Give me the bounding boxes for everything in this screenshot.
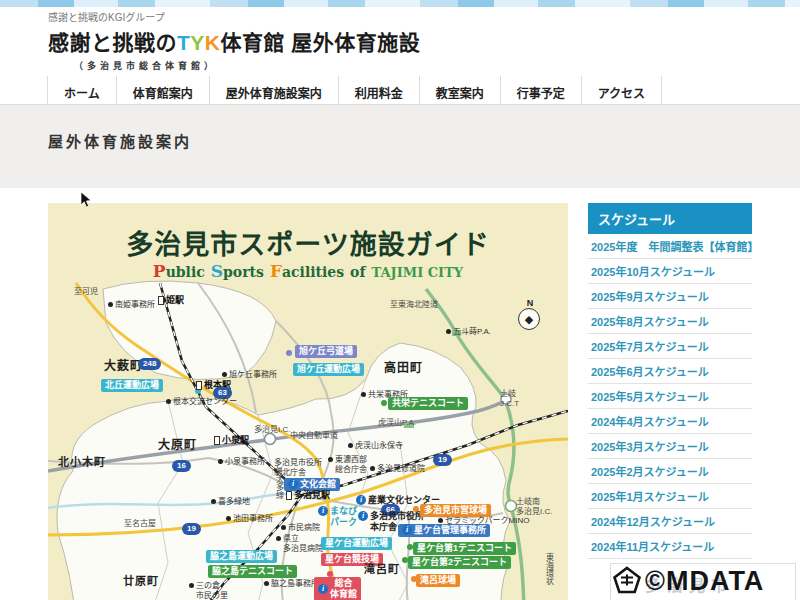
- map-label: 星ケ台第1テニスコート: [413, 542, 516, 555]
- site-title-prefix: 感謝と挑戦の: [48, 31, 177, 54]
- map-subtitle-word: Public: [153, 261, 205, 281]
- marker-dot-icon: [189, 583, 194, 588]
- station-icon: [214, 436, 220, 445]
- map-label-text: 総合 体育館: [330, 578, 357, 600]
- map-label: 滝呂町: [364, 563, 400, 576]
- schedule-link-2025-09[interactable]: 2025年9月スケジュール: [588, 284, 752, 309]
- map-label-text: 脇之島テニスコート: [212, 566, 293, 577]
- schedule-link-2025-03[interactable]: 2025年3月スケジュール: [588, 434, 752, 459]
- map-label: 19: [433, 454, 452, 466]
- mouse-cursor: [80, 192, 92, 212]
- map-subtitle: PublicSportsFacilitiesofTAJIMI CITY: [48, 261, 568, 281]
- schedule-link-2024-12[interactable]: 2024年12月スケジュール: [588, 509, 752, 534]
- page-title: 屋外体育施設案内: [48, 130, 800, 151]
- map-label: i文化会館: [284, 478, 340, 491]
- map-label: 東海環状: [544, 553, 554, 585]
- schedule-link-2025-10[interactable]: 2025年10月スケジュール: [588, 259, 752, 284]
- site-title-y: Y: [190, 31, 205, 54]
- map-label-text: 北丘運動広場: [105, 380, 159, 391]
- compass-n-label: N: [518, 298, 542, 308]
- map-title: 多治見市スポーツ施設ガイド: [48, 223, 568, 262]
- map-label: 県立 多治見病院: [276, 534, 323, 553]
- nav-item-classes[interactable]: 教室案内: [419, 76, 500, 105]
- info-icon: i: [358, 511, 368, 521]
- nav-item-events[interactable]: 行事予定: [500, 76, 581, 105]
- map-label-text: 至可児: [74, 287, 98, 297]
- nav-item-access[interactable]: アクセス: [581, 76, 662, 105]
- map-label: 星ケ台運動広場: [321, 537, 392, 550]
- map-label-text: 多治見市営球場: [424, 505, 487, 516]
- map-label-text: 廿原町: [123, 575, 159, 588]
- map-label: JR太多線: [274, 465, 284, 499]
- nav-item-fees[interactable]: 利用料金: [338, 76, 419, 105]
- map-label: 脇之島テニスコート: [208, 565, 297, 578]
- map-label: 大薮町: [104, 359, 143, 373]
- schedule-link-2025-05[interactable]: 2025年5月スケジュール: [588, 384, 752, 409]
- marker-dot-icon: [108, 302, 113, 307]
- map-label: 小泉駅: [214, 435, 249, 446]
- marker-dot-icon: [348, 443, 353, 448]
- map-label-text: 19: [438, 455, 447, 465]
- info-icon: i: [318, 506, 328, 516]
- mdata-watermark: ©MDATA: [612, 565, 764, 597]
- map-subtitle-word: Facilities: [270, 261, 344, 281]
- map-label: 高田町: [384, 361, 423, 375]
- sidebar-title: スケジュール: [588, 203, 752, 234]
- nav-item-gym-guide[interactable]: 体育館案内: [116, 76, 209, 105]
- map-label-text: 東海環状: [544, 553, 554, 585]
- marker-dot-icon: [211, 499, 216, 504]
- map-label-text: 至名古屋: [124, 519, 156, 529]
- site-title-k: K: [205, 31, 221, 54]
- map-label: 土岐 J.C.T: [500, 389, 519, 408]
- schedule-link-2025-08[interactable]: 2025年8月スケジュール: [588, 309, 752, 334]
- schedule-link-2024-11[interactable]: 2024年11月スケジュール: [588, 534, 752, 559]
- marker-dot-icon: [166, 399, 171, 404]
- map-label: 五斗蒔P.A.: [446, 327, 491, 337]
- map-label: 多治見市営球場: [420, 504, 491, 517]
- decorative-top-strip: [0, 0, 800, 7]
- marker-dot-icon: [218, 459, 223, 464]
- map-label-text: 三の倉 市民の里: [196, 581, 228, 600]
- map-label: 姫駅: [158, 295, 184, 306]
- schedule-link-2025-07[interactable]: 2025年7月スケジュール: [588, 334, 752, 359]
- map-label: 大原町: [158, 438, 197, 452]
- marker-dot-icon: [446, 329, 451, 334]
- map-label-text: 五斗蒔P.A.: [453, 327, 491, 337]
- map-label: 東濃西部 総合庁舎: [328, 455, 367, 474]
- compass-ring: ◆: [518, 308, 540, 330]
- map-label: 旭ケ丘弓道場: [295, 345, 357, 358]
- map-label: iまなび パーク: [318, 506, 357, 528]
- map-label: i総合 体育館: [314, 577, 361, 600]
- group-label: 感謝と挑戦のKGIグループ: [48, 9, 420, 24]
- page-title-band: 屋外体育施設案内: [0, 105, 800, 188]
- station-icon: [286, 491, 292, 500]
- map-label: 虎渓山永保寺: [348, 441, 403, 451]
- map-label-text: 文化会館: [300, 479, 336, 490]
- map-label: 土岐南 多治見I.C.: [516, 497, 552, 516]
- nav-item-home[interactable]: ホーム: [47, 76, 116, 105]
- schedule-link-2025-02[interactable]: 2025年2月スケジュール: [588, 459, 752, 484]
- map-label: i星ケ台管理事務所: [398, 524, 490, 537]
- map-subtitle-word: TAJIMI CITY: [371, 265, 463, 280]
- mdata-watermark-text: ©MDATA: [645, 566, 764, 597]
- map-label: 16: [172, 460, 191, 472]
- map-label-text: 姫駅: [166, 295, 184, 306]
- schedule-link-2025-01[interactable]: 2025年1月スケジュール: [588, 484, 752, 509]
- schedule-link-2025-06[interactable]: 2025年6月スケジュール: [588, 359, 752, 384]
- map-label-text: 旭ケ丘弓道場: [299, 346, 353, 357]
- map-label: 池田事務所: [226, 514, 273, 524]
- marker-dot-icon: [264, 581, 269, 586]
- map-label-text: 高田町: [384, 361, 423, 375]
- schedule-link-annual[interactable]: 2025年度 年間調整表【体育館】: [588, 234, 752, 259]
- schedule-link-2024-04[interactable]: 2024年4月スケジュール: [588, 409, 752, 434]
- map-label-text: 至東海北陸道: [390, 300, 438, 310]
- map-label-text: 脇之島事務所: [271, 579, 319, 589]
- map-subtitle-word: Sports: [211, 261, 264, 281]
- nav-item-outdoor-facilities[interactable]: 屋外体育施設案内: [209, 76, 338, 105]
- map-label: 旭ケ丘運動広場: [293, 363, 364, 376]
- map-label: 多治見修道院: [370, 464, 425, 474]
- map-label-text: 16: [177, 461, 186, 471]
- map-label-text: 土岐南 多治見I.C.: [516, 497, 552, 516]
- map-label: 多治見I.C.: [254, 425, 290, 435]
- map-label: 三の倉 市民の里: [189, 581, 228, 600]
